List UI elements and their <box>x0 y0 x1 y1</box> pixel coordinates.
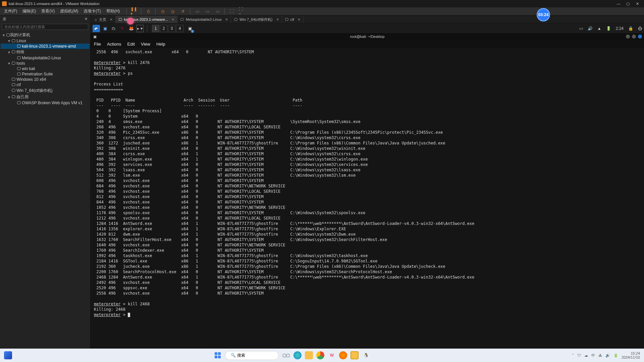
tray-onedrive-icon[interactable]: ☁ <box>584 353 588 358</box>
kali-menu-icon[interactable] <box>93 25 100 32</box>
taskbar-date[interactable]: 2024/11/10 <box>622 355 640 359</box>
folder-icon[interactable]: 🗀 <box>110 25 117 32</box>
workspace-2[interactable]: 2 <box>160 25 167 32</box>
library-search-input[interactable] <box>2 24 88 30</box>
edge-icon[interactable] <box>293 351 302 359</box>
unity-icon[interactable]: ▭ <box>194 8 200 14</box>
terminal-icon[interactable]: ▸ ▾ <box>136 25 144 32</box>
tree-item[interactable]: 🖵 Win 7_64(ctf操作机) <box>1 87 90 94</box>
tree-item[interactable]: 🖵 OWASP Broken Web Apps VM v1 <box>1 100 90 106</box>
tree-item[interactable]: 🖵 Metasploitable2-Linux <box>1 55 90 61</box>
tab-kali[interactable]: 🖵kali-linux-2023.1-vmware...✕ <box>116 16 177 23</box>
minimize-button[interactable]: — <box>614 2 623 6</box>
explorer-icon[interactable] <box>305 351 313 359</box>
tree-item[interactable]: 🖵 ctf <box>1 82 90 87</box>
close-button[interactable]: ✕ <box>633 2 642 6</box>
sidebar-close-icon[interactable]: ✕ <box>85 17 88 22</box>
notification-icon[interactable]: ▲ <box>597 26 601 31</box>
workspace-3[interactable]: 3 <box>168 25 175 32</box>
term-min-icon[interactable] <box>626 35 630 39</box>
tree-item[interactable]: ▾🖵 特殊 <box>1 49 90 55</box>
maximize-button[interactable]: ▢ <box>623 2 633 6</box>
tree-item[interactable]: 🖵 Penetration Suite <box>1 71 90 77</box>
stretch-icon[interactable]: ⛶ ▾ <box>239 8 245 14</box>
start-icon[interactable] <box>214 351 222 359</box>
send-ctrl-alt-del-icon[interactable]: ⎙ <box>145 8 151 14</box>
term-menu-view[interactable]: View <box>141 42 150 47</box>
term-menu-edit[interactable]: Edit <box>127 42 135 47</box>
menu-edit[interactable]: 编辑(E) <box>20 8 39 14</box>
screen-icon[interactable]: ▭ <box>579 26 583 31</box>
tree-item[interactable]: 🖵 Windows 10 x64 <box>1 77 90 82</box>
power-icon[interactable]: ⏻ <box>638 26 642 31</box>
tray-wifi-icon[interactable]: 🖧 <box>598 353 602 357</box>
revert-icon[interactable]: ↺ <box>180 8 186 14</box>
tree-item[interactable]: ▾🖵 自己用 <box>1 94 90 100</box>
close-icon[interactable]: ✕ <box>110 17 113 22</box>
taskview-icon[interactable]: ▢▢ <box>282 351 290 359</box>
term-tab-icon[interactable]: ▣ <box>93 35 97 39</box>
workspace-4[interactable]: 4 <box>176 25 183 32</box>
term-max-icon[interactable] <box>632 35 636 39</box>
snapshot-icon[interactable]: ◷ <box>160 8 166 14</box>
terminal-output[interactable]: 2556 496 svchost.exe x64 0 NT AUTHORITY\… <box>91 48 644 354</box>
menu-file[interactable]: 文件(F) <box>1 8 20 14</box>
tree-item[interactable]: 🖵 win kali <box>1 66 90 71</box>
vmware-titlebar: kali-linux-2023.1-vmware-amd64 - VMware … <box>0 0 644 7</box>
lock-icon[interactable]: 🔒 <box>628 26 633 31</box>
tab-ctf[interactable]: 🖵ctf✕ <box>282 16 304 23</box>
clock[interactable]: 2:24 <box>616 26 624 31</box>
terminal-title: root@kali: ~/Desktop <box>350 35 385 39</box>
tree-item[interactable]: ▾🖵 Linux <box>1 38 90 44</box>
console-icon[interactable]: ▭ <box>204 8 210 14</box>
pause-icon[interactable]: ❚❚ ▾ <box>131 8 137 14</box>
cherrytree-icon[interactable]: ✎ <box>119 25 126 32</box>
term-menu-file[interactable]: File <box>94 42 101 47</box>
menu-help[interactable]: 帮助(H) <box>104 8 123 14</box>
menu-vm[interactable]: 虚拟机(M) <box>57 8 81 14</box>
recorder-app-icon[interactable] <box>351 351 359 359</box>
firefox-app-icon[interactable] <box>339 351 347 359</box>
window-list-icon[interactable]: ▣2 <box>186 25 194 32</box>
battery-icon[interactable]: 🔋 <box>606 26 611 31</box>
tree-item[interactable]: ▾🖵 tools <box>1 61 90 66</box>
close-icon[interactable]: ✕ <box>276 17 279 22</box>
taskbar-search[interactable]: 🔍 搜索 <box>225 351 279 360</box>
workspace-1[interactable]: 1 <box>152 25 159 32</box>
qq-icon[interactable]: 🐧 <box>362 351 370 359</box>
vm-tabstrip: ⌂主页✕ 🖵kali-linux-2023.1-vmware...✕ 🖵Meta… <box>91 15 644 24</box>
term-menu-actions[interactable]: Actions <box>107 42 121 47</box>
tray-shield-icon[interactable]: 🛡 <box>577 353 581 357</box>
close-icon[interactable]: ✕ <box>225 17 228 22</box>
close-icon[interactable]: ✕ <box>171 17 174 22</box>
wps-icon[interactable]: W <box>328 351 336 359</box>
tray-volume-icon[interactable]: 🔊 <box>605 353 610 358</box>
files-icon[interactable]: ▣ <box>101 25 109 32</box>
taskbar-time[interactable]: 15:24 <box>622 351 640 355</box>
tab-win7[interactable]: 🖵Win 7_64(ctf操作机)✕ <box>231 16 282 23</box>
recording-indicator-icon <box>127 18 134 24</box>
search-icon: 🔍 <box>231 353 236 358</box>
tray-ime-icon[interactable]: 中 <box>591 353 595 358</box>
close-icon[interactable]: ✕ <box>298 17 301 22</box>
tab-metasploitable[interactable]: 🖵Metasploitable2-Linux✕ <box>177 16 231 23</box>
window-title: kali-linux-2023.1-vmware-amd64 - VMware … <box>9 2 100 6</box>
term-menu-help[interactable]: Help <box>156 42 165 47</box>
menu-tabs[interactable]: 选项卡(T) <box>81 8 103 14</box>
fullscreen-icon[interactable]: ⛶ <box>229 8 235 14</box>
recorder-timer[interactable]: 03:24 <box>537 8 550 21</box>
chrome-icon[interactable] <box>316 351 324 359</box>
tree-item[interactable]: 🖵 kali-linux-2023.1-vmware-amd <box>1 44 90 49</box>
tray-battery-icon[interactable]: 🔋 <box>613 353 618 358</box>
term-close-icon[interactable] <box>638 35 642 39</box>
tray-chevron-icon[interactable]: ˄ <box>572 353 574 358</box>
firefox-icon[interactable]: 🦊 <box>127 25 135 32</box>
vmware-library-sidebar: 库 ✕ ▾🖵 我的计算机 ▾🖵 Linux🖵 kali-linux-2023.1… <box>0 15 91 354</box>
widgets-icon[interactable] <box>4 351 12 359</box>
snapshot-manager-icon[interactable]: ◶ <box>170 8 176 14</box>
menu-view[interactable]: 查看(V) <box>39 8 57 14</box>
multimon-icon[interactable]: ▭ <box>214 8 220 14</box>
volume-icon[interactable]: 🔊 <box>588 26 593 31</box>
tree-root[interactable]: ▾🖵 我的计算机 <box>1 32 90 38</box>
tab-home[interactable]: ⌂主页✕ <box>92 16 116 23</box>
